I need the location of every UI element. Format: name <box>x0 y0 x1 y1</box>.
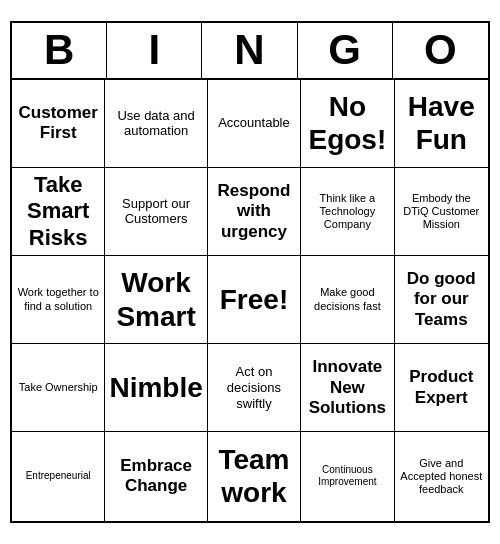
bingo-cell-17: Act on decisions swiftly <box>208 344 301 432</box>
bingo-cell-20: Entrepeneurial <box>12 432 105 520</box>
cell-text: Make good decisions fast <box>305 286 389 312</box>
cell-text: Do good for our Teams <box>399 269 484 330</box>
bingo-grid: Customer FirstUse data and automationAcc… <box>12 80 488 521</box>
bingo-cell-23: Continuous Improvement <box>301 432 394 520</box>
cell-text: Entrepeneurial <box>26 470 91 482</box>
bingo-cell-12: Free! <box>208 256 301 344</box>
bingo-cell-8: Think like a Technology Company <box>301 168 394 256</box>
bingo-cell-10: Work together to find a solution <box>12 256 105 344</box>
cell-text: Team work <box>212 443 296 510</box>
cell-text: No Egos! <box>305 90 389 157</box>
cell-text: Think like a Technology Company <box>305 192 389 232</box>
bingo-letter-n: N <box>202 23 297 77</box>
bingo-cell-15: Take Ownership <box>12 344 105 432</box>
bingo-cell-9: Embody the DTiQ Customer Mission <box>395 168 488 256</box>
bingo-cell-24: Give and Accepted honest feedback <box>395 432 488 520</box>
bingo-cell-4: Have Fun <box>395 80 488 168</box>
bingo-cell-21: Embrace Change <box>105 432 207 520</box>
bingo-cell-16: Nimble <box>105 344 207 432</box>
bingo-cell-7: Respond with urgency <box>208 168 301 256</box>
cell-text: Accountable <box>218 115 290 131</box>
bingo-header: BINGO <box>12 23 488 79</box>
bingo-cell-13: Make good decisions fast <box>301 256 394 344</box>
bingo-cell-5: Take Smart Risks <box>12 168 105 256</box>
cell-text: Nimble <box>109 371 202 405</box>
cell-text: Product Expert <box>399 367 484 408</box>
bingo-cell-11: Work Smart <box>105 256 207 344</box>
bingo-cell-14: Do good for our Teams <box>395 256 488 344</box>
cell-text: Support our Customers <box>109 196 202 227</box>
bingo-cell-3: No Egos! <box>301 80 394 168</box>
cell-text: Embody the DTiQ Customer Mission <box>399 192 484 232</box>
cell-text: Act on decisions swiftly <box>212 364 296 411</box>
cell-text: Innovate New Solutions <box>305 357 389 418</box>
bingo-letter-i: I <box>107 23 202 77</box>
cell-text: Work Smart <box>109 266 202 333</box>
bingo-cell-6: Support our Customers <box>105 168 207 256</box>
bingo-card: BINGO Customer FirstUse data and automat… <box>10 21 490 522</box>
cell-text: Give and Accepted honest feedback <box>399 457 484 497</box>
cell-text: Customer First <box>16 103 100 144</box>
cell-text: Have Fun <box>399 90 484 157</box>
bingo-cell-18: Innovate New Solutions <box>301 344 394 432</box>
bingo-cell-1: Use data and automation <box>105 80 207 168</box>
bingo-cell-22: Team work <box>208 432 301 520</box>
cell-text: Continuous Improvement <box>305 464 389 488</box>
bingo-letter-g: G <box>298 23 393 77</box>
bingo-letter-o: O <box>393 23 488 77</box>
bingo-cell-0: Customer First <box>12 80 105 168</box>
cell-text: Take Ownership <box>19 381 98 394</box>
bingo-cell-2: Accountable <box>208 80 301 168</box>
bingo-cell-19: Product Expert <box>395 344 488 432</box>
cell-text: Embrace Change <box>109 456 202 497</box>
cell-text: Use data and automation <box>109 108 202 139</box>
cell-text: Respond with urgency <box>212 181 296 242</box>
cell-text: Free! <box>220 283 288 317</box>
cell-text: Take Smart Risks <box>16 172 100 251</box>
cell-text: Work together to find a solution <box>16 286 100 312</box>
bingo-letter-b: B <box>12 23 107 77</box>
